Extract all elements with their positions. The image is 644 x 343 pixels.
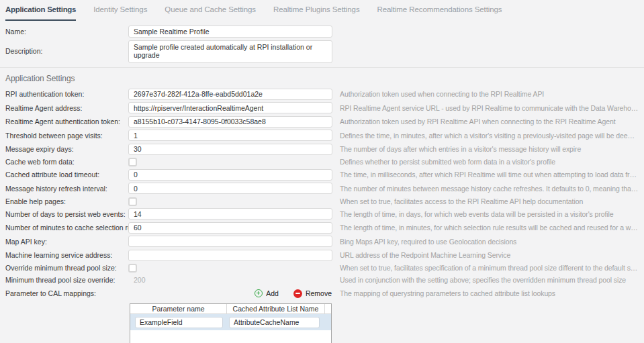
field-description: The length of time, in days, for which w… [336,210,639,218]
field-label: Minimum thread pool size override: [5,276,128,284]
tab-realtime-recommendations-settings[interactable]: Realtime Recommendations Settings [377,5,502,21]
realtime-agent-auth-token-input[interactable] [128,116,332,128]
field-description: The number of minutes between message hi… [336,185,639,193]
field-description: Defines the time, in minutes, after whic… [336,132,639,140]
settings-row: Threshold between page visits: Defines t… [5,129,639,143]
profile-description-input[interactable]: Sample profile created automatically at … [128,40,332,63]
settings-row: Message expiry days: The number of days … [5,142,639,156]
map-api-key-input[interactable] [128,236,332,247]
settings-row: Number of days to persist web events: Th… [5,207,639,222]
add-mapping-button[interactable]: Add [255,289,279,297]
settings-row: RPI authentication token: Authorization … [5,87,639,101]
field-description: The time, in milliseconds, after which R… [336,170,639,179]
field-label: Threshold between page visits: [5,132,128,140]
cal-table-header: Parameter name Cached Attribute List Nam… [130,304,331,314]
field-description: The length of time, in minutes, for whic… [336,224,639,232]
add-button-label: Add [266,289,279,297]
section-divider [0,67,644,68]
add-icon [255,289,263,297]
settings-row: Realtime Agent authentication token: Aut… [5,115,639,129]
settings-row: Cache web form data: Defines whether to … [5,156,639,168]
settings-row: Message history refresh interval: The nu… [5,182,639,196]
description-label: Description: [5,47,128,55]
settings-row: Number of minutes to cache selection rul… [5,221,639,235]
settings-row: Minimum thread pool size override: 200 U… [5,274,639,285]
field-description: Bing Maps API key, required to use Geolo… [336,238,639,246]
minutes-cache-selection-rule-input[interactable] [128,222,332,234]
field-label: Parameter to CAL mappings: [5,289,128,297]
rpi-auth-token-input[interactable] [128,89,332,100]
field-label: Number of minutes to cache selection rul… [5,224,128,232]
remove-button-label: Remove [306,289,332,297]
cached-attribute-list-name-input[interactable] [229,317,320,328]
tab-identity-settings[interactable]: Identity Settings [93,5,147,21]
settings-form: RPI authentication token: Authorization … [0,87,644,343]
field-label: Number of days to persist web events: [5,210,128,218]
field-description: When set to true, facilitates specificat… [336,264,639,272]
field-label: Override minimum thread pool size: [5,264,128,272]
min-thread-pool-override-value: 200 [128,276,336,284]
days-persist-web-events-input[interactable] [128,208,332,219]
cal-mappings-row: Parameter to CAL mappings: Add Remove Th… [5,285,639,301]
field-label: Message history refresh interval: [5,185,128,193]
tab-application-settings[interactable]: Application Settings [5,5,76,21]
field-label: Realtime Agent authentication token: [5,117,128,126]
field-label: Message expiry days: [5,145,128,153]
tab-realtime-plugins-settings[interactable]: Realtime Plugins Settings [273,5,360,21]
name-row: Name: [5,24,639,38]
profile-name-input[interactable] [128,26,332,38]
field-description: URL address of the Redpoint Machine Lear… [336,251,639,259]
field-label: RPI authentication token: [5,90,128,98]
cache-web-form-data-checkbox[interactable] [128,158,137,166]
cal-toolbar: Add Remove [128,289,336,298]
ml-service-address-input[interactable] [128,250,332,261]
enable-help-pages-checkbox[interactable] [128,197,137,206]
field-label: Cached attribute load timeout: [5,170,128,179]
override-min-thread-pool-checkbox[interactable] [128,264,137,273]
cached-attribute-load-timeout-input[interactable] [128,169,332,181]
column-header-filler [325,304,331,313]
field-description: Authorization token used by RPI Realtime… [336,117,639,126]
profile-form: Name: Description: Sample profile create… [0,24,644,64]
field-description: When set to true, facilitates access to … [336,197,639,205]
column-header-parameter-name: Parameter name [130,304,227,313]
section-title: Application Settings [5,74,644,83]
field-description: The number of days after which entries i… [336,145,639,153]
settings-row: Map API key: Bing Maps API key, required… [5,235,639,249]
tab-bar: Application Settings Identity Settings Q… [0,0,644,21]
remove-mapping-button[interactable]: Remove [293,289,332,298]
tab-queue-and-cache-settings[interactable]: Queue and Cache Settings [165,5,256,21]
parameter-name-input[interactable] [135,317,223,328]
cal-mappings-table: Parameter name Cached Attribute List Nam… [130,303,332,343]
message-history-refresh-interval-input[interactable] [128,183,332,194]
table-row[interactable] [130,314,331,330]
settings-row: Enable help pages: When set to true, fac… [5,195,639,207]
settings-row: Cached attribute load timeout: The time,… [5,168,639,182]
field-label: Realtime Agent address: [5,104,128,112]
field-description: RPI Realtime Agent service URL - used by… [336,104,639,112]
name-label: Name: [5,28,128,36]
settings-row: Realtime Agent address: RPI Realtime Age… [5,101,639,115]
field-label: Enable help pages: [5,197,128,205]
column-header-cached-attribute-list-name: Cached Attribute List Name [227,304,325,313]
threshold-page-visits-input[interactable] [128,130,332,141]
field-description: Authorization token used when connecting… [336,90,639,98]
field-label: Cache web form data: [5,158,128,166]
field-description: Defines whether to persist submitted web… [336,158,639,166]
field-label: Map API key: [5,238,128,246]
settings-row: Override minimum thread pool size: When … [5,262,639,275]
field-description: The mapping of querystring parameters to… [336,289,639,297]
realtime-agent-address-input[interactable] [128,102,332,113]
settings-row: Machine learning service address: URL ad… [5,248,639,262]
message-expiry-days-input[interactable] [128,144,332,155]
field-label: Machine learning service address: [5,251,128,259]
remove-icon [293,289,302,298]
field-description: Used in conjunction with the setting abo… [336,276,639,284]
description-row: Description: Sample profile created auto… [5,40,639,64]
